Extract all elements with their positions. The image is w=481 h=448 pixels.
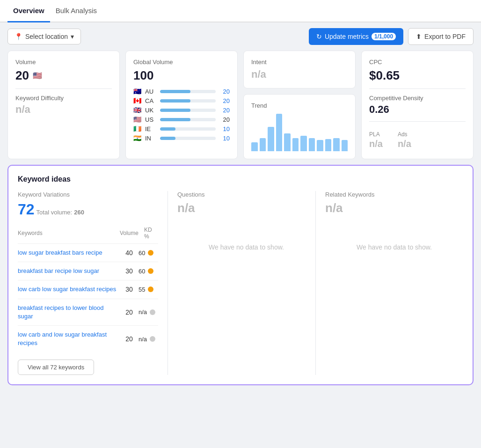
- keyword-link[interactable]: breakfast recipes to lower blood sugar: [18, 304, 104, 320]
- kd-dot-icon: [150, 309, 155, 315]
- pla-item: PLA n/a: [369, 131, 383, 149]
- competitive-density-label: Competitive Density: [369, 95, 466, 102]
- country-row: 🇬🇧 UK 20: [133, 106, 230, 114]
- volume-bar-track: [160, 90, 216, 93]
- location-select-button[interactable]: 📍 Select location ▾: [7, 29, 81, 44]
- keyword-volume: 20: [120, 299, 138, 325]
- kd-dot-icon: [148, 250, 153, 256]
- volume-bar-fill: [160, 99, 190, 103]
- questions-no-data: We have no data to show.: [177, 215, 315, 279]
- keyword-link[interactable]: low carb low sugar breakfast recipes: [18, 286, 116, 293]
- global-volume-label: Global Volume: [133, 59, 230, 66]
- location-label: Select location: [25, 33, 68, 40]
- col-volume: Volume: [120, 225, 138, 244]
- keyword-link[interactable]: low carb and low sugar breakfast recipes: [18, 331, 107, 346]
- country-code: UK: [145, 107, 156, 114]
- volume-card: Volume 20 🇺🇸 Keyword Difficulty n/a: [7, 51, 120, 159]
- country-flag-icon: 🇮🇳: [133, 134, 141, 142]
- country-flag-icon: 🇨🇦: [133, 97, 141, 104]
- keyword-kd: 60: [138, 262, 158, 280]
- tab-bulk-analysis[interactable]: Bulk Analysis: [50, 0, 102, 22]
- table-row: breakfast bar recipe low sugar 30 60: [18, 262, 158, 280]
- keyword-volume: 20: [120, 325, 138, 352]
- volume-bar-fill: [160, 137, 175, 140]
- questions-col: Questions n/a We have no data to show.: [168, 191, 315, 375]
- kd-text: n/a: [138, 336, 147, 343]
- global-volume-card: Global Volume 100 🇦🇺 AU 20 🇨🇦 CA 20 🇬🇧 U…: [125, 51, 238, 159]
- volume-bar-fill: [160, 90, 190, 93]
- kd-text: n/a: [138, 308, 147, 316]
- pla-value: n/a: [369, 139, 383, 149]
- keyword-volume: 40: [120, 244, 138, 262]
- kd-text: 60: [138, 250, 145, 257]
- country-flag-icon: 🇬🇧: [133, 106, 141, 114]
- keyword-ideas-grid: Keyword Variations 72 Total volume: 260 …: [18, 191, 463, 375]
- kd-label: Keyword Difficulty: [15, 95, 112, 102]
- keyword-kd: 55: [138, 280, 158, 299]
- us-flag-icon: 🇺🇸: [33, 71, 42, 80]
- country-volume: 10: [219, 125, 230, 132]
- export-pdf-button[interactable]: ⬆ Export to PDF: [408, 28, 474, 45]
- trend-card: Trend: [243, 94, 356, 159]
- trend-bar: [260, 138, 266, 151]
- trend-bar: [276, 114, 283, 151]
- volume-bar-track: [160, 127, 216, 131]
- global-volume-value: 100: [133, 68, 230, 83]
- questions-value: n/a: [177, 201, 315, 215]
- kd-dot-icon: [148, 286, 153, 292]
- volume-bar-fill: [160, 118, 190, 121]
- table-row: low carb and low sugar breakfast recipes…: [18, 325, 158, 352]
- questions-label: Questions: [177, 191, 315, 198]
- country-row: 🇮🇳 IN 10: [133, 134, 230, 142]
- col-kd: KD %: [138, 225, 158, 244]
- keywords-tbody: low sugar breakfast bars recipe 40 60 br…: [18, 244, 158, 353]
- related-no-data: We have no data to show.: [325, 215, 463, 279]
- update-metrics-label: Update metrics: [325, 33, 369, 40]
- trend-bar: [251, 142, 258, 151]
- update-counter: 1/1,000: [372, 33, 396, 40]
- update-metrics-button[interactable]: ↻ Update metrics 1/1,000: [309, 28, 403, 45]
- country-flag-icon: 🇺🇸: [133, 116, 141, 123]
- trend-bar: [284, 133, 291, 151]
- keyword-link[interactable]: low sugar breakfast bars recipe: [18, 249, 102, 256]
- trend-bar: [317, 140, 323, 151]
- table-row: low carb low sugar breakfast recipes 30 …: [18, 280, 158, 299]
- country-volume: 20: [219, 107, 230, 114]
- intent-label: Intent: [251, 59, 348, 66]
- pla-label: PLA: [369, 131, 383, 138]
- chevron-down-icon: ▾: [71, 33, 74, 40]
- competitive-density-value: 0.26: [369, 103, 466, 116]
- volume-bar-track: [160, 99, 216, 103]
- export-icon: ⬆: [416, 33, 422, 40]
- trend-bar: [268, 127, 274, 151]
- variations-label: Keyword Variations: [18, 191, 158, 198]
- country-volume: 10: [219, 135, 230, 142]
- ads-value: n/a: [398, 139, 411, 149]
- ads-label: Ads: [398, 131, 411, 138]
- export-label: Export to PDF: [424, 33, 466, 40]
- keyword-link[interactable]: breakfast bar recipe low sugar: [18, 267, 99, 274]
- toolbar-actions: ↻ Update metrics 1/1,000 ⬆ Export to PDF: [309, 28, 474, 45]
- trend-bar: [333, 138, 340, 151]
- country-code: US: [145, 116, 156, 123]
- cpc-value: $0.65: [369, 68, 466, 83]
- volume-bar-fill: [160, 109, 190, 112]
- keyword-ideas-title: Keyword ideas: [18, 175, 463, 184]
- trend-bar: [300, 136, 307, 151]
- tab-overview[interactable]: Overview: [7, 0, 50, 22]
- kd-dot-icon: [148, 268, 153, 274]
- volume-label: Volume: [15, 59, 112, 66]
- country-row: 🇺🇸 US 20: [133, 116, 230, 123]
- view-all-button[interactable]: View all 72 keywords: [18, 360, 94, 375]
- volume-main: 20 🇺🇸: [15, 68, 112, 83]
- country-row: 🇦🇺 AU 20: [133, 88, 230, 95]
- volume-bar-track: [160, 109, 216, 112]
- keyword-ideas-section: Keyword ideas Keyword Variations 72 Tota…: [7, 165, 474, 385]
- country-bars: 🇦🇺 AU 20 🇨🇦 CA 20 🇬🇧 UK 20 🇺🇸 US: [133, 88, 230, 142]
- intent-trend-col: Intent n/a Trend: [243, 51, 356, 159]
- trend-chart: [251, 114, 348, 151]
- keywords-table: Keywords Volume KD % low sugar breakfast…: [18, 225, 158, 352]
- location-pin-icon: 📍: [15, 33, 22, 40]
- country-volume: 20: [219, 116, 230, 123]
- refresh-icon: ↻: [316, 33, 322, 40]
